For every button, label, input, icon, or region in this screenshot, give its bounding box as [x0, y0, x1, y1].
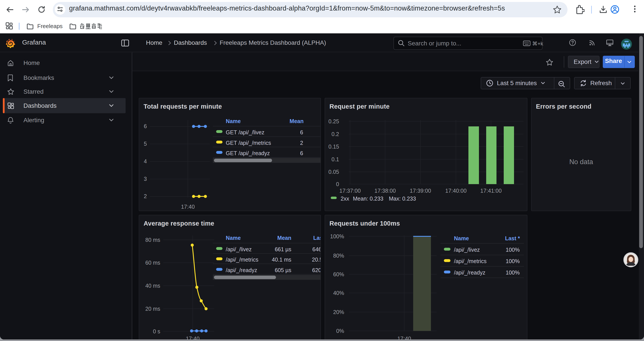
svg-text:100%: 100% [506, 269, 520, 276]
svg-text:Name: Name [454, 235, 469, 241]
svg-text:/api/_/livez: /api/_/livez [454, 247, 480, 253]
svg-text:Mean: Mean [277, 235, 291, 241]
svg-text:60 ms: 60 ms [145, 260, 160, 266]
svg-text:0: 0 [336, 181, 339, 187]
svg-text:/api/_/readyz: /api/_/readyz [226, 267, 257, 273]
svg-text:/api/_/metrics: /api/_/metrics [454, 258, 486, 264]
svg-text:6: 6 [144, 123, 147, 129]
svg-text:2xx: 2xx [341, 195, 349, 202]
svg-text:646 µs: 646 µs [312, 246, 320, 252]
svg-text:40.1 ms: 40.1 ms [272, 256, 291, 263]
svg-text:Max: 0.233: Max: 0.233 [389, 195, 416, 202]
svg-text:17:40:00: 17:40:00 [445, 188, 466, 194]
svg-text:661 µs: 661 µs [275, 246, 291, 252]
svg-text:0 s: 0 s [153, 328, 160, 334]
svg-text:605 µs: 605 µs [275, 267, 291, 273]
svg-text:100%: 100% [330, 233, 344, 239]
svg-text:20%: 20% [333, 309, 344, 315]
svg-text:6: 6 [300, 150, 303, 156]
svg-text:Name: Name [226, 235, 241, 241]
svg-text:20 ms: 20 ms [145, 306, 160, 312]
svg-text:Last *: Last * [313, 235, 320, 241]
svg-text:80%: 80% [333, 253, 344, 259]
svg-text:17:38:00: 17:38:00 [374, 188, 396, 194]
svg-text:Last *: Last * [505, 235, 520, 241]
svg-text:GET /api/_/livez: GET /api/_/livez [226, 129, 264, 135]
svg-text:0.05: 0.05 [328, 169, 339, 175]
svg-text:17:37:00: 17:37:00 [339, 188, 360, 194]
svg-text:0%: 0% [336, 328, 344, 334]
svg-text:100%: 100% [506, 258, 520, 264]
svg-text:100%: 100% [506, 247, 520, 253]
svg-text:2: 2 [144, 193, 147, 199]
svg-text:GET /api/_/metrics: GET /api/_/metrics [226, 140, 271, 146]
svg-text:/api/_/livez: /api/_/livez [226, 246, 252, 252]
svg-text:40%: 40% [333, 290, 344, 296]
svg-text:0.1: 0.1 [332, 156, 339, 162]
svg-text:17:41:00: 17:41:00 [480, 188, 502, 194]
svg-text:20.5 ms: 20.5 ms [312, 256, 320, 263]
svg-text:17:39:00: 17:39:00 [410, 188, 431, 194]
svg-text:GET /api/_/readyz: GET /api/_/readyz [226, 150, 270, 156]
svg-text:3: 3 [144, 176, 147, 182]
svg-text:40 ms: 40 ms [145, 283, 160, 289]
svg-text:Name: Name [226, 118, 241, 124]
svg-text:/api/_/readyz: /api/_/readyz [454, 269, 485, 276]
svg-text:620 µs: 620 µs [312, 267, 320, 273]
svg-text:Mean: Mean [290, 118, 304, 124]
svg-text:2: 2 [300, 140, 303, 146]
svg-text:17:40: 17:40 [186, 335, 200, 339]
svg-text:0.2: 0.2 [332, 131, 339, 137]
svg-text:Mean: 0.233: Mean: 0.233 [353, 195, 384, 202]
svg-text:0.25: 0.25 [328, 118, 339, 124]
svg-text:60%: 60% [333, 271, 344, 277]
svg-text:17:40: 17:40 [398, 335, 411, 339]
svg-text:6: 6 [300, 129, 303, 135]
svg-text:/api/_/metrics: /api/_/metrics [226, 256, 258, 263]
svg-text:17:40: 17:40 [181, 204, 195, 210]
svg-text:5: 5 [144, 141, 147, 147]
svg-text:0.15: 0.15 [328, 144, 339, 150]
svg-text:4: 4 [144, 158, 147, 164]
svg-text:80 ms: 80 ms [145, 237, 160, 243]
